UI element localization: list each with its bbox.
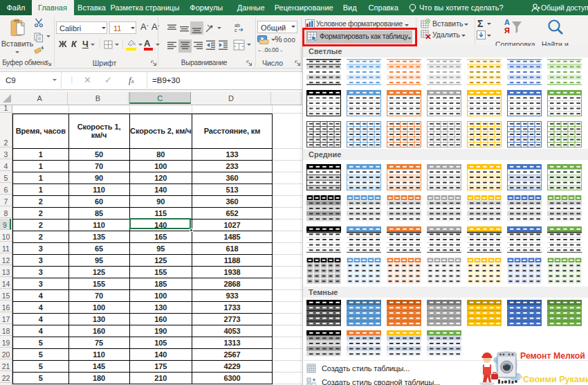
svg-text:ab: ab [235, 23, 240, 28]
svg-text:c: c [235, 28, 237, 33]
